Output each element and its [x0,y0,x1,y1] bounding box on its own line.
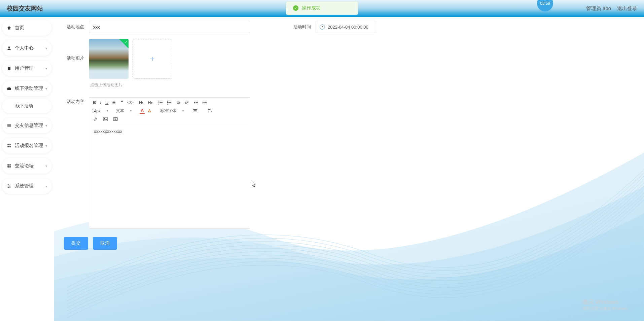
logout-link[interactable]: 退出登录 [617,5,637,12]
svg-point-45 [104,118,105,119]
image-label: 活动图片 [64,55,84,61]
sidebar-label: 活动报名管理 [15,143,43,149]
sidebar: 首页 个人中心 ▾ 用户管理 ▾ [0,17,54,321]
chevron-down-icon: ▾ [45,164,47,168]
uploaded-image-thumb[interactable] [89,39,129,79]
time-picker[interactable]: 🕐 2022-04-04 00:00:00 [316,21,376,33]
svg-rect-34 [195,102,198,103]
h2-button[interactable]: H₂ [147,99,153,106]
svg-point-19 [9,186,10,186]
video-button[interactable] [112,116,119,122]
svg-rect-42 [193,110,196,111]
sidebar-label: 线下活动管理 [15,85,43,92]
subscript-button[interactable]: x₂ [176,99,182,106]
chevron-updown-icon: ▾ [130,109,132,112]
svg-point-18 [8,185,9,185]
sidebar-subitem-offline[interactable]: 线下活动 [2,99,52,113]
time-value: 2022-04-04 00:00:00 [328,25,368,30]
chevron-updown-icon: ▾ [107,109,108,112]
svg-rect-41 [193,109,197,109]
bullet-list-button[interactable] [166,100,173,106]
indent-button[interactable] [202,100,208,106]
svg-rect-35 [194,104,198,104]
svg-rect-4 [7,124,11,124]
underline-button[interactable]: U [104,99,109,106]
sidebar-label: 交流论坛 [15,163,34,169]
settings-icon [7,184,11,188]
align-button[interactable] [192,108,199,114]
time-label: 活动时间 [291,24,311,30]
sidebar-item-home[interactable]: 首页 [2,20,52,36]
upload-hint: 点击上传活动图片 [90,82,634,88]
svg-point-29 [167,102,168,103]
chevron-down-icon: ▾ [45,124,47,128]
rich-editor: B I U S ❞ </> H₁ H₂ 123 [89,97,250,229]
superscript-button[interactable]: x² [184,99,189,106]
sidebar-label: 首页 [15,25,24,31]
chevron-down-icon: ▾ [45,184,47,188]
current-user[interactable]: 管理员 abo [586,5,611,12]
sidebar-item-offlinemgmt[interactable]: 线下活动管理 ▾ [2,81,52,96]
grid-icon [7,143,11,148]
upload-add-button[interactable]: + [133,39,172,79]
svg-rect-43 [193,111,197,112]
bold-button[interactable]: B [92,99,97,106]
quote-button[interactable]: ❞ [120,99,124,106]
fontsize-select[interactable]: 14px ▾ [92,109,108,113]
svg-rect-38 [204,102,207,103]
main-content: 活动地点 活动时间 🕐 2022-04-04 00:00:00 活动图片 + [54,17,644,321]
svg-rect-7 [7,144,9,145]
code-button[interactable]: </> [126,99,135,106]
clear-format-button[interactable]: Tₓ [207,108,213,114]
texttype-select[interactable]: 文本 ▾ [116,108,132,114]
svg-rect-11 [7,164,9,166]
svg-rect-26 [159,104,163,104]
sidebar-item-friendmgmt[interactable]: 交友信息管理 ▾ [2,118,52,133]
user-icon [7,46,11,50]
strike-button[interactable]: S [111,99,116,106]
svg-point-31 [167,104,168,105]
svg-rect-44 [103,117,107,121]
svg-rect-24 [159,102,163,103]
sidebar-label: 用户管理 [15,65,34,71]
sidebar-item-forum[interactable]: 交流论坛 ▾ [2,158,52,174]
sidebar-item-profile[interactable]: 个人中心 ▾ [2,40,52,56]
sidebar-label: 交友信息管理 [15,122,43,129]
sidebar-item-usermgmt[interactable]: 用户管理 ▾ [2,61,52,76]
fontfamily-select[interactable]: 标准字体 ▾ [160,108,184,114]
editor-toolbar: B I U S ❞ </> H₁ H₂ 123 [89,98,250,124]
svg-point-20 [8,187,9,188]
bg-color-button[interactable]: A [147,108,152,114]
ordered-list-button[interactable]: 123 [157,100,164,106]
svg-rect-39 [203,104,207,104]
clock-icon: 🕐 [319,24,325,30]
sidebar-item-sysmgmt[interactable]: 系统管理 ▾ [2,178,52,194]
svg-rect-2 [8,66,10,67]
font-color-button[interactable]: A [140,108,145,114]
link-button[interactable] [92,116,99,122]
editor-content[interactable]: xxxxxxxxxxxxx [89,124,250,228]
svg-rect-12 [9,164,11,166]
clock-badge: 03:59 [537,0,553,11]
content-label: 活动内容 [64,99,84,229]
svg-rect-1 [8,67,10,70]
outdent-button[interactable] [193,100,200,106]
sidebar-item-signupmgmt[interactable]: 活动报名管理 ▾ [2,138,52,153]
svg-rect-37 [203,101,207,101]
image-button[interactable] [102,116,109,122]
cancel-button[interactable]: 取消 [93,237,117,250]
italic-button[interactable]: I [99,99,102,106]
location-label: 活动地点 [64,24,84,30]
site-title: 校园交友网站 [7,4,43,12]
svg-rect-10 [9,146,11,147]
location-input[interactable] [89,21,250,33]
svg-rect-13 [7,166,9,168]
h1-button[interactable]: H₁ [138,99,145,106]
sidebar-sublabel: 线下活动 [15,103,33,108]
chevron-down-icon: ▾ [45,46,47,50]
svg-rect-33 [194,101,198,101]
list-icon [7,123,11,128]
svg-marker-36 [194,102,195,103]
submit-button[interactable]: 提交 [64,237,88,250]
svg-rect-14 [9,166,11,168]
